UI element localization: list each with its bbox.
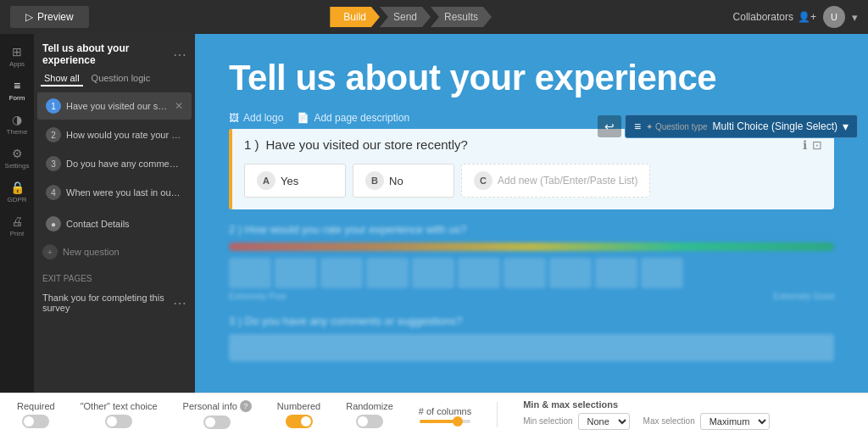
other-text-toggle[interactable] [105, 415, 132, 428]
results-step[interactable]: Results [431, 7, 492, 27]
form-panel-menu-icon[interactable]: ⋯ [173, 47, 186, 63]
answer-option-add[interactable]: C Add new (Tab/Enter/Paste List) [461, 164, 650, 198]
q-text-2: How would you rate your experience with … [66, 130, 183, 140]
sidebar-item-apps[interactable]: ⊞ Apps [2, 41, 32, 71]
contact-text: Contact Details [66, 219, 183, 229]
survey-end-text: Thank you for completing this survey [42, 293, 173, 313]
exit-pages-label: EXIT PAGES [34, 265, 195, 287]
required-toggle-group: Required [17, 401, 55, 428]
columns-label: # of columns [419, 406, 471, 416]
user-avatar[interactable]: U [823, 6, 845, 28]
slider-thumb[interactable] [453, 416, 463, 427]
option-letter-b: B [365, 171, 384, 190]
avatar-chevron-icon[interactable]: ▾ [852, 11, 858, 24]
rating-options [229, 258, 834, 288]
q-expand-icon[interactable]: ⊡ [812, 138, 822, 152]
min-max-section: Min & max selections Min selection None … [523, 399, 770, 430]
sidebar-item-settings[interactable]: ⚙ Settings [2, 142, 32, 173]
add-person-icon: 👤+ [798, 11, 816, 23]
apps-icon: ⊞ [12, 45, 22, 59]
new-q-num: + [42, 244, 58, 259]
tab-question-logic[interactable]: Question logic [88, 71, 154, 86]
new-question-item[interactable]: + New question [34, 238, 195, 265]
bottom-toolbar: Required "Other" text choice Personal in… [0, 393, 868, 435]
answer-option-a[interactable]: A Yes [244, 164, 346, 198]
q-text-3: Do you have any comments or suggestions? [66, 159, 183, 169]
slider-track[interactable] [420, 420, 470, 423]
randomize-label: Randomize [346, 401, 393, 411]
add-logo-icon: 🖼 [229, 112, 239, 124]
q3-text-input-mock [229, 334, 834, 361]
q-num-2: 2 [46, 127, 61, 142]
question-item-3[interactable]: 3 Do you have any comments or suggestion… [37, 150, 192, 177]
topbar-left: ▷ Preview [10, 6, 89, 28]
personal-info-help-icon[interactable]: ? [240, 400, 252, 412]
sidebar-item-gdpr[interactable]: 🔒 GDPR [2, 176, 32, 207]
survey-end-item[interactable]: Thank you for completing this survey ⋯ [34, 287, 195, 319]
min-selection-label: Min selection [523, 416, 572, 426]
question-type-select[interactable]: ≡ ✦ Question type Multi Choice (Single S… [625, 114, 858, 138]
min-max-row: Min selection None Max selection Maximum [523, 413, 770, 430]
sidebar-item-theme[interactable]: ◑ Theme [2, 109, 32, 139]
left-icon-bar: ⊞ Apps ≡ Form ◑ Theme ⚙ Settings 🔒 GDPR … [0, 34, 34, 393]
numbered-label: Numbered [277, 401, 320, 411]
required-toggle[interactable] [22, 415, 49, 428]
new-q-text: New question [63, 247, 120, 257]
question-type-icon: ≡ [634, 120, 641, 133]
main-layout: ⊞ Apps ≡ Form ◑ Theme ⚙ Settings 🔒 GDPR … [0, 34, 868, 393]
q3-label: 3 ) Do you have any comments or suggesti… [229, 315, 834, 327]
form-panel-title: Tell us about your experience [42, 42, 173, 66]
tab-show-all[interactable]: Show all [41, 71, 83, 86]
max-selection-label: Max selection [643, 416, 695, 426]
question-item-1[interactable]: 1 Have you visited our store rece... ✕ [37, 92, 192, 120]
rating-opt-2 [275, 258, 317, 288]
rating-opt-3 [320, 258, 363, 288]
rating-opt-7 [504, 258, 546, 288]
numbered-toggle[interactable] [286, 415, 313, 428]
slider-fill [420, 420, 455, 423]
question-item-4[interactable]: 4 When were you last in our store? [37, 179, 192, 206]
pipeline: Build Send Results [330, 7, 492, 27]
min-selection-select[interactable]: None [578, 413, 630, 430]
q-num-3: 3 [46, 156, 61, 171]
option-letter-c: C [474, 171, 492, 190]
collaborators-button[interactable]: Collaborators 👤+ [733, 11, 816, 23]
lower-content: 2 ) How would you rate your experience w… [195, 209, 868, 375]
max-selection-select[interactable]: Maximum [700, 413, 770, 430]
columns-slider-group: # of columns [419, 406, 471, 423]
question-type-back-button[interactable]: ↩ [598, 115, 621, 137]
personal-info-label: Personal info [183, 401, 237, 411]
question-card-1: 1 ) Have you visited our store recently?… [229, 129, 834, 209]
personal-info-toggle[interactable] [203, 415, 231, 429]
randomize-toggle[interactable] [356, 415, 383, 428]
rating-opt-4 [366, 258, 409, 288]
personal-info-toggle-group: Personal info ? [183, 400, 252, 429]
preview-tab[interactable]: ▷ Preview [10, 6, 89, 28]
min-selection-item: Min selection None [523, 413, 629, 430]
answer-option-b[interactable]: B No [353, 164, 454, 198]
survey-end-menu-icon[interactable]: ⋯ [173, 295, 186, 311]
add-logo-button[interactable]: 🖼 Add logo [229, 112, 283, 124]
contact-details-item[interactable]: ● Contact Details [37, 210, 192, 237]
print-icon: 🖨 [11, 215, 23, 228]
add-description-icon: 📄 [297, 112, 309, 124]
numbered-toggle-group: Numbered [277, 401, 320, 428]
rating-opt-10 [641, 258, 683, 288]
rating-opt-9 [595, 258, 637, 288]
q-info-icon[interactable]: ℹ [803, 138, 807, 152]
main-content: Tell us about your experience 🖼 Add logo… [195, 34, 868, 393]
option-letter-a: A [257, 171, 275, 190]
preview-icon: ▷ [25, 11, 33, 23]
send-step[interactable]: Send [380, 7, 431, 27]
add-description-button[interactable]: 📄 Add page description [297, 112, 409, 124]
build-step[interactable]: Build [330, 7, 380, 27]
q-close-1[interactable]: ✕ [175, 100, 183, 112]
min-max-label: Min & max selections [523, 399, 770, 410]
sidebar-item-form[interactable]: ≡ Form [2, 75, 32, 105]
required-label: Required [17, 401, 55, 411]
sidebar-item-print[interactable]: 🖨 Print [2, 210, 32, 241]
survey-header: Tell us about your experience [195, 34, 868, 107]
question-item-2[interactable]: 2 How would you rate your experience wit… [37, 121, 192, 148]
survey-title: Tell us about your experience [229, 58, 834, 98]
rating-opt-5 [412, 258, 454, 288]
